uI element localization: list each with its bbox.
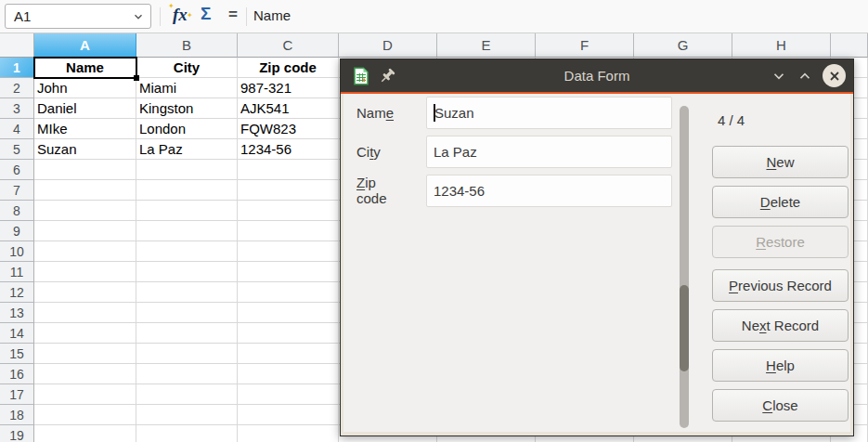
cell-B1[interactable]: City (136, 58, 238, 78)
cell-A17[interactable] (34, 384, 136, 405)
row-header-7[interactable]: 7 (0, 180, 34, 201)
dialog-scrollbar[interactable] (680, 106, 689, 428)
cell-A13[interactable] (34, 303, 136, 323)
autosum-icon[interactable]: Σ (201, 4, 211, 24)
cell-C19[interactable] (238, 425, 339, 442)
column-header-G[interactable]: G (634, 33, 732, 58)
column-header-C[interactable]: C (238, 33, 339, 58)
row-header-4[interactable]: 4 (0, 119, 34, 139)
cell-C10[interactable] (238, 241, 339, 262)
next-record-button[interactable]: Next Record (712, 309, 849, 342)
roll-down-icon[interactable] (771, 68, 787, 84)
cell-B2[interactable]: Miami (136, 78, 238, 98)
dialog-titlebar[interactable]: Data Form (341, 59, 853, 92)
name-field[interactable]: Suzan (426, 97, 672, 129)
cell-A1[interactable]: Name (34, 58, 136, 78)
column-header-partial[interactable] (831, 33, 868, 58)
column-header-A[interactable]: A (34, 33, 136, 58)
select-all-corner[interactable] (0, 33, 34, 58)
new-button[interactable]: New (712, 146, 849, 178)
function-wizard-icon[interactable]: ✦ ✦ fx (169, 4, 197, 29)
row-header-12[interactable]: 12 (0, 282, 34, 303)
cell-A8[interactable] (34, 201, 136, 221)
cell-C8[interactable] (238, 201, 339, 221)
cell-A15[interactable] (34, 344, 136, 364)
cell-B17[interactable] (136, 384, 238, 405)
cell-C17[interactable] (238, 384, 339, 405)
row-header-5[interactable]: 5 (0, 139, 34, 160)
cell-B16[interactable] (136, 364, 238, 384)
roll-up-icon[interactable] (797, 68, 813, 84)
cell-C11[interactable] (238, 262, 339, 282)
previous-record-button[interactable]: Previous Record (712, 269, 849, 302)
close-icon[interactable] (823, 64, 846, 87)
cell-B19[interactable] (136, 425, 238, 442)
cell-B12[interactable] (136, 282, 238, 303)
cell-A16[interactable] (34, 364, 136, 384)
cell-C4[interactable]: FQW823 (238, 119, 339, 139)
cell-A2[interactable]: John (34, 78, 136, 98)
row-header-15[interactable]: 15 (0, 344, 34, 364)
cell-B14[interactable] (136, 323, 238, 344)
row-header-16[interactable]: 16 (0, 364, 34, 384)
cell-B7[interactable] (136, 180, 238, 201)
cell-A18[interactable] (34, 405, 136, 425)
column-header-E[interactable]: E (437, 33, 536, 58)
column-header-F[interactable]: F (536, 33, 634, 58)
cell-A7[interactable] (34, 180, 136, 201)
cell-C3[interactable]: AJK541 (238, 98, 339, 119)
cell-B5[interactable]: La Paz (136, 139, 238, 160)
formula-equals-icon[interactable]: = (228, 6, 238, 24)
cell-B4[interactable]: London (136, 119, 238, 139)
cell-B8[interactable] (136, 201, 238, 221)
cell-B3[interactable]: Kingston (136, 98, 238, 119)
cell-C18[interactable] (238, 405, 339, 425)
row-header-6[interactable]: 6 (0, 160, 34, 180)
row-header-11[interactable]: 11 (0, 262, 34, 282)
cell-A11[interactable] (34, 262, 136, 282)
cell-C16[interactable] (238, 364, 339, 384)
cell-C7[interactable] (238, 180, 339, 201)
row-header-17[interactable]: 17 (0, 384, 34, 405)
cell-A4[interactable]: MIke (34, 119, 136, 139)
pin-icon[interactable] (378, 67, 396, 85)
column-header-D[interactable]: D (339, 33, 437, 58)
formula-input[interactable]: Name (253, 7, 291, 23)
zip-code-field[interactable]: 1234-56 (426, 175, 672, 207)
column-header-B[interactable]: B (136, 33, 238, 58)
cell-B6[interactable] (136, 160, 238, 180)
chevron-down-icon[interactable] (132, 10, 145, 23)
close-button[interactable]: Close (712, 389, 849, 422)
cell-C6[interactable] (238, 160, 339, 180)
cell-C13[interactable] (238, 303, 339, 323)
cell-A6[interactable] (34, 160, 136, 180)
cell-B18[interactable] (136, 405, 238, 425)
row-header-10[interactable]: 10 (0, 241, 34, 262)
row-header-14[interactable]: 14 (0, 323, 34, 344)
cell-A19[interactable] (34, 425, 136, 442)
cell-A5[interactable]: Suzan (34, 139, 136, 160)
cell-B10[interactable] (136, 241, 238, 262)
row-header-1[interactable]: 1 (0, 58, 34, 78)
cell-C15[interactable] (238, 344, 339, 364)
row-header-18[interactable]: 18 (0, 405, 34, 425)
cell-C9[interactable] (238, 221, 339, 241)
cell-C5[interactable]: 1234-56 (238, 139, 339, 160)
row-header-2[interactable]: 2 (0, 78, 34, 98)
cell-A14[interactable] (34, 323, 136, 344)
cell-C14[interactable] (238, 323, 339, 344)
cell-C2[interactable]: 987-321 (238, 78, 339, 98)
cell-A9[interactable] (34, 221, 136, 241)
name-box[interactable]: A1 (5, 4, 151, 29)
help-button[interactable]: Help (712, 349, 849, 382)
row-header-8[interactable]: 8 (0, 201, 34, 221)
cell-A12[interactable] (34, 282, 136, 303)
cell-C1[interactable]: Zip code (238, 58, 339, 78)
cell-A3[interactable]: Daniel (34, 98, 136, 119)
city-field[interactable]: La Paz (426, 136, 672, 168)
cell-A10[interactable] (34, 241, 136, 262)
cell-B11[interactable] (136, 262, 238, 282)
cell-B13[interactable] (136, 303, 238, 323)
cell-B9[interactable] (136, 221, 238, 241)
delete-button[interactable]: Delete (712, 186, 849, 218)
